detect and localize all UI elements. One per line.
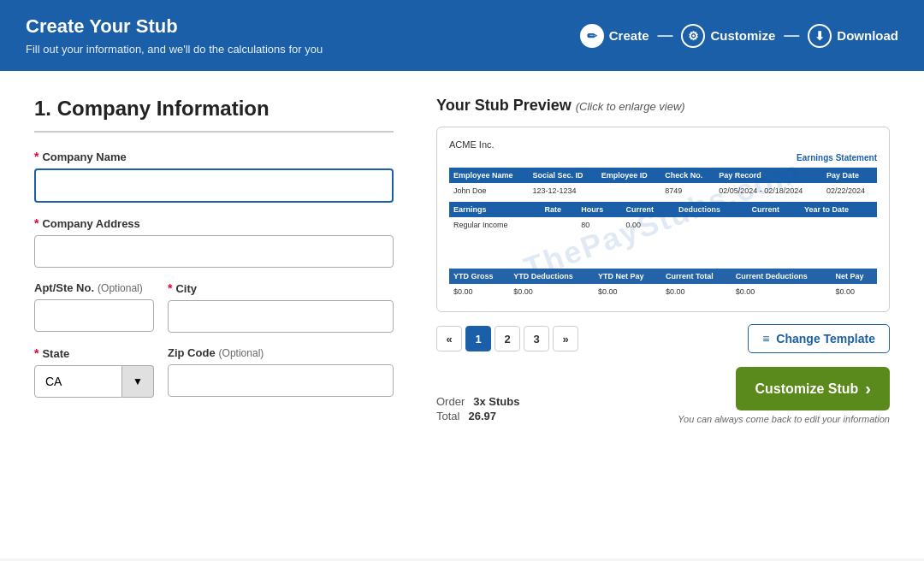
step-connector-1: — xyxy=(657,27,672,44)
bot-row-ytd-deductions: $0.00 xyxy=(509,284,594,299)
city-input[interactable] xyxy=(168,300,394,333)
bot-row-net-pay: $0.00 xyxy=(832,284,878,299)
page-subtitle: Fill out your information, and we'll do … xyxy=(26,43,323,56)
stub-header-table: Employee Name Social Sec. ID Employee ID… xyxy=(449,168,877,198)
apt-label-text: Apt/Ste No. xyxy=(34,281,94,294)
zip-label: Zip Code (Optional) xyxy=(168,346,394,359)
page-first-btn[interactable]: « xyxy=(436,326,462,351)
company-address-input[interactable] xyxy=(34,235,394,268)
city-label: * City xyxy=(168,281,394,295)
company-name-input[interactable] xyxy=(34,168,394,203)
company-name-label: * Company Name xyxy=(34,150,394,163)
page-1-btn[interactable]: 1 xyxy=(465,326,491,351)
create-step-icon: ✏ xyxy=(580,24,604,48)
city-label-text: City xyxy=(175,282,197,295)
edit-info-note: You can always come back to edit your in… xyxy=(678,414,890,424)
earn-row-name: Regular Income xyxy=(449,217,541,233)
customize-step-icon: ⚙ xyxy=(681,24,705,48)
section-title: 1. Company Information xyxy=(34,97,394,121)
pagination: « 1 2 3 » xyxy=(436,326,578,351)
col-employee-id: Employee ID xyxy=(597,168,660,183)
total-label: Total xyxy=(436,410,459,422)
required-star-address: * xyxy=(34,216,38,230)
main-content: 1. Company Information * Company Name * … xyxy=(0,71,924,558)
right-order-section: Customize Stub › You can always come bac… xyxy=(678,367,890,424)
apt-field-wrap: Apt/Ste No. (Optional) xyxy=(34,281,154,346)
step-customize[interactable]: ⚙ Customize xyxy=(681,24,775,48)
apt-input[interactable] xyxy=(34,299,154,332)
col-check-no: Check No. xyxy=(660,168,714,183)
earn-row-current: 0.00 xyxy=(621,217,674,233)
page-2-btn[interactable]: 2 xyxy=(495,326,520,351)
download-step-label: Download xyxy=(837,28,898,43)
preview-title: Your Stub Preview (Click to enlarge view… xyxy=(436,97,890,115)
zip-optional: (Optional) xyxy=(219,347,264,359)
company-name-label-text: Company Name xyxy=(42,151,126,163)
download-step-icon: ⬇ xyxy=(808,24,832,48)
order-info: Order 3x Stubs Total 26.97 xyxy=(436,395,519,424)
stub-earnings-table: Earnings Rate Hours Current Deductions C… xyxy=(449,202,877,263)
bot-col-current-total: Current Total xyxy=(661,269,732,284)
apt-label: Apt/Ste No. (Optional) xyxy=(34,281,154,294)
preview-controls: « 1 2 3 » ≡ Change Template xyxy=(436,324,890,353)
page-next-btn[interactable]: » xyxy=(553,326,578,351)
cell-pay-record: 02/05/2024 - 02/18/2024 xyxy=(714,183,822,198)
header-left: Create Your Stub Fill out your informati… xyxy=(26,15,323,56)
customize-step-label: Customize xyxy=(710,28,775,43)
bot-row-ytd-gross: $0.00 xyxy=(449,284,509,299)
state-dropdown-arrow[interactable]: ▼ xyxy=(122,365,154,398)
city-field-wrap: * City xyxy=(168,281,394,346)
change-template-button[interactable]: ≡ Change Template xyxy=(748,324,890,353)
state-zip-row: * State CA NY TX ▼ Zip Code (Optional) xyxy=(34,346,394,410)
step-download[interactable]: ⬇ Download xyxy=(808,24,898,48)
state-field-wrap: * State CA NY TX ▼ xyxy=(34,346,154,410)
cell-emp-id xyxy=(597,183,660,198)
state-select[interactable]: CA NY TX xyxy=(34,365,122,398)
bot-col-ytd-gross: YTD Gross xyxy=(449,269,509,284)
state-label-text: State xyxy=(42,347,69,360)
earn-row-deductions xyxy=(674,217,747,233)
col-employee-name: Employee Name xyxy=(449,168,529,183)
earn-col-rate: Rate xyxy=(541,202,578,217)
order-value: 3x Stubs xyxy=(473,395,519,408)
col-social-sec: Social Sec. ID xyxy=(529,168,597,183)
bot-row-current-deductions: $0.00 xyxy=(732,284,832,299)
order-summary: Order 3x Stubs Total 26.97 Customize Stu… xyxy=(436,367,890,424)
required-star-city: * xyxy=(168,281,172,295)
steps-nav: ✏ Create — ⚙ Customize — ⬇ Download xyxy=(580,24,898,48)
page-3-btn[interactable]: 3 xyxy=(524,326,549,351)
earn-col-current2: Current xyxy=(748,202,801,217)
customize-stub-button[interactable]: Customize Stub › xyxy=(736,367,890,410)
earn-row-hours: 80 xyxy=(577,217,621,233)
required-star-state: * xyxy=(34,346,38,360)
company-address-label-text: Company Address xyxy=(42,217,139,230)
order-label: Order xyxy=(436,395,465,408)
bot-row-current-total: $0.00 xyxy=(661,284,732,299)
step-create[interactable]: ✏ Create xyxy=(580,24,649,48)
section-divider xyxy=(34,131,394,133)
earn-row-current2 xyxy=(748,217,801,233)
total-row: Total 26.97 xyxy=(436,410,519,422)
stub-company-name: ACME Inc. xyxy=(449,139,877,150)
col-pay-date: Pay Date xyxy=(822,168,877,183)
state-label: * State xyxy=(34,346,154,360)
company-address-label: * Company Address xyxy=(34,216,394,230)
cell-emp-name: John Doe xyxy=(449,183,529,198)
create-step-label: Create xyxy=(609,28,649,43)
customize-stub-label: Customize Stub xyxy=(755,381,858,397)
zip-input[interactable] xyxy=(168,364,394,397)
col-pay-record: Pay Record xyxy=(714,168,822,183)
cell-social-sec: 123-12-1234 xyxy=(529,183,597,198)
earn-row-rate xyxy=(541,217,578,233)
cell-check-no: 8749 xyxy=(660,183,714,198)
step-connector-2: — xyxy=(784,27,799,44)
apt-city-row: Apt/Ste No. (Optional) * City xyxy=(34,281,394,346)
stub-bottom-table: YTD Gross YTD Deductions YTD Net Pay Cur… xyxy=(449,269,877,299)
earn-col-current: Current xyxy=(621,202,674,217)
preview-title-text: Your Stub Preview xyxy=(436,97,572,114)
required-star-name: * xyxy=(34,150,38,163)
zip-field-wrap: Zip Code (Optional) xyxy=(168,346,394,410)
earn-col-hours: Hours xyxy=(577,202,621,217)
earn-row-ytd xyxy=(800,217,877,233)
stub-preview-box[interactable]: ThePayStubs.com ACME Inc. Earnings State… xyxy=(436,127,890,312)
